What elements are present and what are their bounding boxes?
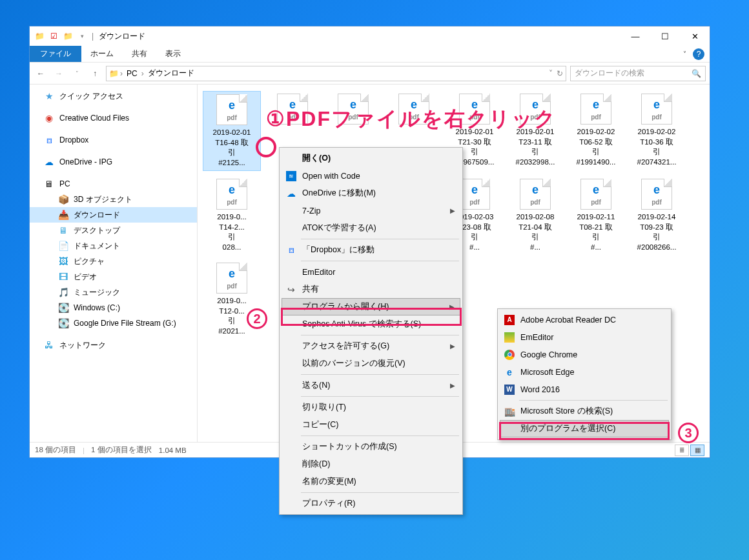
menu-item[interactable]: AAdobe Acrobat Reader DC <box>500 311 669 328</box>
menu-item[interactable]: プロパティ(R) <box>282 495 460 512</box>
word-icon: W <box>504 384 515 395</box>
menu-item[interactable]: WWord 2016 <box>500 381 669 398</box>
menu-item-label: 名前の変更(M) <box>302 476 356 487</box>
sidebar-ccf[interactable]: ◉Creative Cloud Files <box>30 110 197 126</box>
sidebar-onedrive[interactable]: ☁OneDrive - IPG <box>30 154 197 170</box>
tab-view[interactable]: 表示 <box>156 46 190 62</box>
video-icon: 🎞 <box>58 272 68 282</box>
menu-item[interactable]: EmEditor <box>282 263 460 281</box>
folder-icon: 📁 <box>109 69 119 78</box>
file-tab[interactable]: ファイル <box>30 46 81 62</box>
view-icons-button[interactable]: ▦ <box>690 445 704 456</box>
menu-item[interactable]: 名前の変更(M) <box>282 473 460 490</box>
breadcrumb-pc[interactable]: PC <box>124 69 140 78</box>
file-item[interactable]: epdf2019-02-11 T08-21 取 引 #... <box>567 176 625 255</box>
context-menu[interactable]: 開く(O)≋Open with Code☁OneDrive に移動(M)7-Zi… <box>279 147 463 515</box>
close-button[interactable]: ✕ <box>680 26 710 46</box>
sidebar-desktop[interactable]: 🖥デスクトップ <box>30 223 197 238</box>
menu-item[interactable]: 以前のバージョンの復元(V) <box>282 355 460 372</box>
menu-item-label: EmEditor <box>520 333 553 342</box>
recent-dropdown[interactable]: ˅ <box>70 66 84 81</box>
menu-item[interactable]: ☁OneDrive に移動(M) <box>282 185 460 202</box>
menu-separator <box>301 435 459 436</box>
menu-item-label: 切り取り(T) <box>302 402 346 413</box>
menu-item[interactable]: eMicrosoft Edge <box>500 363 669 381</box>
menu-item[interactable]: EmEditor <box>500 328 669 346</box>
edge-icon: e <box>504 366 515 378</box>
menu-item[interactable]: プログラムから開く(H)▶ <box>282 298 460 315</box>
menu-item[interactable]: 切り取り(T) <box>282 399 460 416</box>
menu-item[interactable]: Google Chrome <box>500 346 669 363</box>
music-icon: 🎵 <box>58 287 68 297</box>
sidebar-quick-access[interactable]: ★クイック アクセス <box>30 88 197 104</box>
file-item[interactable]: epdf2019-02-08 T21-04 取 引 #... <box>506 176 564 255</box>
sidebar-pictures[interactable]: 🖼ピクチャ <box>30 254 197 269</box>
annotation-2-circle: 2 <box>247 308 267 329</box>
ribbon-expand-icon[interactable]: ˅ <box>683 50 686 57</box>
menu-item[interactable]: ⧈「Dropbox」に移動 <box>282 241 460 259</box>
file-item[interactable]: epdf2019-02-02 T10-36 取 引 #2074321... <box>628 91 686 171</box>
window-title: ダウンロード <box>99 31 145 42</box>
menu-item[interactable]: ≋Open with Code <box>282 167 460 185</box>
maximize-button[interactable]: ☐ <box>650 26 680 46</box>
sidebar-documents[interactable]: 📄ドキュメント <box>30 238 197 254</box>
star-icon: ★ <box>44 91 54 101</box>
menu-item[interactable]: 送る(N)▶ <box>282 377 460 394</box>
sidebar-drive-g[interactable]: 💽Google Drive File Stream (G:) <box>30 315 197 331</box>
sidebar-dropbox[interactable]: ⧈Dropbox <box>30 132 197 148</box>
sidebar-downloads[interactable]: 📥ダウンロード <box>30 207 197 223</box>
file-item[interactable]: epdf2019-02-02 T06-52 取 引 #1991490... <box>567 91 625 171</box>
quick-access-toolbar-icon[interactable]: ☑ <box>48 30 59 42</box>
menu-item-label: アクセスを許可する(G) <box>302 341 389 352</box>
sidebar-pc[interactable]: 🖥PC <box>30 176 197 192</box>
menu-item[interactable]: 削除(D) <box>282 455 460 473</box>
file-item[interactable]: epdf2019-02-14 T09-23 取 引 #2008266... <box>628 176 686 255</box>
menu-item[interactable]: コピー(C) <box>282 416 460 434</box>
sidebar-videos[interactable]: 🎞ビデオ <box>30 269 197 285</box>
menu-item[interactable]: ↪共有 <box>282 281 460 298</box>
refresh-button[interactable]: ↻ <box>557 69 563 78</box>
sidebar-drive-c[interactable]: 💽Windows (C:) <box>30 300 197 315</box>
view-details-button[interactable]: ≣ <box>675 445 689 456</box>
menu-item[interactable]: 🏬Microsoft Store の検索(S) <box>500 403 669 420</box>
menu-separator <box>301 239 459 239</box>
help-icon[interactable]: ? <box>693 48 704 60</box>
menu-item[interactable]: ショートカットの作成(S) <box>282 438 460 455</box>
menu-separator <box>301 396 459 397</box>
pdf-edge-icon: epdf <box>216 179 247 210</box>
submenu-arrow-icon: ▶ <box>449 303 455 310</box>
qat-dropdown-icon[interactable]: ▾ <box>76 30 88 42</box>
open-with-submenu[interactable]: AAdobe Acrobat Reader DCEmEditorGoogle C… <box>497 308 672 440</box>
drive-icon: 💽 <box>58 303 68 313</box>
menu-item[interactable]: ATOKで学習する(A) <box>282 219 460 237</box>
menu-item[interactable]: アクセスを許可する(G)▶ <box>282 337 460 355</box>
file-item[interactable]: epdf2019-0... T14-2... 引 028... <box>203 176 261 255</box>
search-box[interactable]: ダウンロードの検索 🔍 <box>570 66 706 81</box>
menu-item[interactable]: 開く(O) <box>282 150 460 167</box>
folder-icon: 📦 <box>58 194 68 205</box>
minimize-button[interactable]: — <box>621 26 650 46</box>
menu-item-label: 別のプログラムを選択(C) <box>520 423 615 434</box>
pdf-edge-icon: epdf <box>641 94 672 125</box>
menu-separator <box>301 261 459 261</box>
forward-button[interactable]: → <box>52 66 66 81</box>
file-item[interactable]: epdf2019-02-01 T16-48 取 引 #2125... <box>203 91 261 171</box>
tab-share[interactable]: 共有 <box>123 46 156 62</box>
drive-icon: 💽 <box>58 318 68 328</box>
menu-item-label: コピー(C) <box>302 419 338 430</box>
menu-item[interactable]: 7-Zip▶ <box>282 202 460 219</box>
tab-home[interactable]: ホーム <box>81 46 123 62</box>
menu-item[interactable]: Sophos Anti-Virus で検索する(S) <box>282 315 460 333</box>
menu-item[interactable]: 別のプログラムを選択(C) <box>500 420 669 437</box>
addr-dropdown-icon[interactable]: ˅ <box>549 69 553 78</box>
back-button[interactable]: ← <box>34 66 48 81</box>
search-placeholder: ダウンロードの検索 <box>575 68 644 79</box>
up-button[interactable]: ↑ <box>88 66 102 81</box>
breadcrumb-downloads[interactable]: ダウンロード <box>145 68 197 79</box>
sidebar-network[interactable]: 🖧ネットワーク <box>30 337 197 353</box>
address-bar[interactable]: 📁 › PC › ダウンロード ˅ ↻ <box>106 66 566 81</box>
pdf-edge-icon: epdf <box>580 94 611 125</box>
navbar: ← → ˅ ↑ 📁 › PC › ダウンロード ˅ ↻ ダウンロードの検索 🔍 <box>30 63 710 85</box>
sidebar-music[interactable]: 🎵ミュージック <box>30 285 197 300</box>
sidebar-3d[interactable]: 📦3D オブジェクト <box>30 192 197 207</box>
